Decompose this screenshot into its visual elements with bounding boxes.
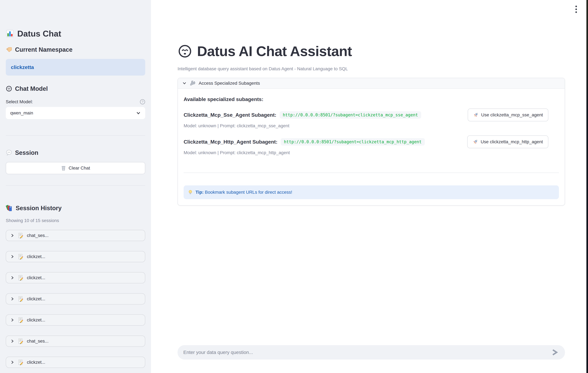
memo-icon: [18, 317, 23, 323]
subagents-expander-body: Available specialized subagents: Clickze…: [178, 96, 565, 205]
namespace-value-text: clickzetta: [11, 64, 34, 70]
memo-icon: [18, 338, 23, 344]
select-model-label-row: Select Model: ?: [6, 99, 145, 105]
tip-box: Tip: Bookmark subagent URLs for direct a…: [184, 185, 559, 199]
subagent-meta: Model: unknown | Prompt: clickzetta_mcp_…: [184, 150, 559, 156]
chevron-down-icon: [182, 81, 187, 85]
session-item-label: clickzet...: [27, 254, 45, 259]
select-model-label: Select Model:: [6, 99, 33, 105]
svg-text:?: ?: [142, 100, 144, 104]
namespace-heading-row: Current Namespace: [6, 45, 145, 54]
model-select[interactable]: qwen_main: [6, 107, 145, 119]
app-title-row: Datus Chat: [6, 29, 145, 39]
robot-icon: [178, 44, 192, 59]
chevron-down-icon: [136, 111, 141, 115]
session-history-heading: Session History: [16, 204, 62, 212]
session-item-label: clickzet...: [27, 318, 45, 323]
subagent-row: Clickzetta_Mcp_Sse_Agent Subagent: http:…: [184, 109, 559, 121]
use-sse-agent-button[interactable]: Use clickzetta_mcp_sse_agent: [468, 109, 548, 121]
page-title-row: Datus AI Chat Assistant: [178, 43, 565, 60]
chat-input-bar: [178, 345, 565, 360]
session-heading: Session: [15, 149, 38, 157]
subagent-info: Clickzetta_Mcp_Sse_Agent Subagent: http:…: [184, 111, 421, 119]
help-icon[interactable]: ?: [140, 99, 145, 105]
page-subtitle: Intelligent database query assistant bas…: [178, 66, 565, 72]
tag-icon: [6, 46, 12, 53]
tip-text: Tip: Bookmark subagent URLs for direct a…: [195, 190, 292, 195]
session-history-item[interactable]: clickzet...: [6, 251, 145, 262]
sidebar: Datus Chat Current Namespace clickzetta …: [0, 0, 151, 373]
clear-chat-button[interactable]: Clear Chat: [6, 162, 145, 174]
subagent-name: Clickzetta_Mcp_Sse_Agent Subagent:: [184, 112, 276, 118]
subagents-expander-title: Access Specialized Subagents: [199, 81, 260, 86]
chevron-right-icon: [10, 276, 14, 280]
use-http-agent-label: Use clickzetta_mcp_http_agent: [481, 139, 543, 144]
kebab-menu-icon: [575, 6, 577, 7]
chevron-right-icon: [10, 234, 14, 237]
chevron-right-icon: [10, 318, 14, 322]
session-item-label: clickzet...: [27, 275, 45, 280]
sidebar-divider: [6, 185, 145, 186]
subagent-meta: Model: unknown | Prompt: clickzetta_mcp_…: [184, 123, 559, 129]
clear-chat-label: Clear Chat: [69, 165, 90, 171]
chevron-right-icon: [10, 255, 14, 258]
chat-input[interactable]: [183, 350, 550, 355]
session-history-item[interactable]: clickzet...: [6, 293, 145, 305]
session-heading-row: Session: [6, 149, 145, 157]
screen-edge-strip: [586, 0, 588, 373]
subagent-url-code: http://0.0.0.0:8501/?subagent=clickzetta…: [280, 111, 421, 119]
expander-divider: [184, 173, 559, 173]
trash-icon: [61, 165, 66, 171]
session-history-list: chat_ses... clickzet... clickz: [6, 230, 145, 368]
use-sse-agent-label: Use clickzetta_mcp_sse_agent: [481, 112, 543, 118]
wrench-icon: [190, 81, 195, 86]
session-item-label: chat_ses...: [27, 233, 48, 238]
memo-icon: [18, 359, 23, 365]
subagent-name: Clickzetta_Mcp_Http_Agent Subagent:: [184, 139, 278, 145]
session-history-item[interactable]: clickzet...: [6, 314, 145, 326]
session-history-item[interactable]: clickzet...: [6, 272, 145, 283]
chat-model-heading: Chat Model: [15, 85, 48, 93]
app-title: Datus Chat: [17, 29, 61, 39]
main-content: Datus AI Chat Assistant Intelligent data…: [151, 0, 588, 373]
chat-model-heading-row: Chat Model: [6, 85, 145, 93]
session-history-item[interactable]: clickzet...: [6, 357, 145, 368]
send-arrow-icon: [552, 349, 558, 356]
session-item-label: chat_ses...: [27, 339, 48, 344]
session-history-item[interactable]: chat_ses...: [6, 336, 145, 347]
subagent-info: Clickzetta_Mcp_Http_Agent Subagent: http…: [184, 138, 425, 145]
current-namespace-value: clickzetta: [6, 59, 145, 76]
books-icon: [6, 205, 13, 212]
chevron-right-icon: [10, 339, 14, 343]
sidebar-divider: [6, 135, 145, 136]
memo-icon: [18, 254, 23, 260]
rocket-icon: [473, 112, 479, 118]
speech-balloon-icon: [6, 150, 12, 156]
memo-icon: [18, 275, 23, 281]
subagent-row: Clickzetta_Mcp_Http_Agent Subagent: http…: [184, 135, 559, 148]
session-history-caption: Showing 10 of 15 sessions: [6, 217, 145, 224]
namespace-heading: Current Namespace: [15, 45, 73, 54]
chevron-right-icon: [10, 361, 14, 364]
app-menu-button[interactable]: [571, 4, 582, 15]
model-select-value: qwen_main: [10, 110, 33, 116]
use-http-agent-button[interactable]: Use clickzetta_mcp_http_agent: [467, 135, 548, 148]
bar-chart-icon: [6, 30, 14, 38]
rocket-icon: [473, 139, 478, 144]
memo-icon: [18, 296, 23, 302]
send-button[interactable]: [550, 347, 560, 358]
tip-label: Tip:: [195, 190, 204, 195]
subagent-url-code: http://0.0.0.0:8501/?subagent=clickzetta…: [281, 138, 425, 145]
subagents-expander-header[interactable]: Access Specialized Subagents: [178, 78, 565, 89]
subagents-intro: Available specialized subagents:: [184, 96, 559, 103]
subagents-expander: Access Specialized Subagents Available s…: [178, 78, 565, 206]
session-history-heading-row: Session History: [6, 204, 145, 212]
session-item-label: clickzet...: [27, 360, 45, 365]
session-item-label: clickzet...: [27, 296, 45, 301]
bulb-icon: [188, 190, 193, 195]
memo-icon: [18, 233, 23, 238]
robot-icon: [6, 86, 12, 92]
page-title: Datus AI Chat Assistant: [197, 43, 352, 60]
tip-body: Bookmark subagent URLs for direct access…: [205, 190, 292, 195]
session-history-item[interactable]: chat_ses...: [6, 230, 145, 241]
